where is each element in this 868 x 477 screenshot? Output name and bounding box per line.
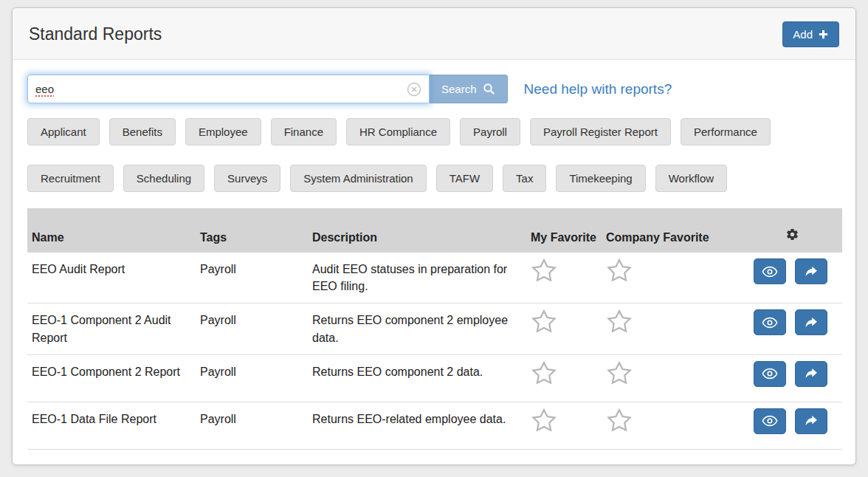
tag-button-benefits[interactable]: Benefits bbox=[109, 118, 176, 145]
search-button-label: Search bbox=[441, 83, 477, 95]
tag-button-payroll-register-report[interactable]: Payroll Register Report bbox=[530, 118, 671, 145]
search-input-value: eeo bbox=[35, 83, 54, 95]
report-description: Returns EEO-related employee data. bbox=[308, 402, 526, 449]
table-row: EEO Audit Report Payroll Audit EEO statu… bbox=[27, 253, 842, 303]
view-report-button[interactable] bbox=[754, 361, 786, 387]
tag-button-payroll[interactable]: Payroll bbox=[460, 118, 520, 145]
report-tags: Payroll bbox=[196, 354, 308, 402]
search-input[interactable]: eeo bbox=[27, 75, 430, 103]
tag-button-employee[interactable]: Employee bbox=[185, 118, 261, 145]
eye-icon bbox=[762, 265, 778, 278]
standard-reports-card: Standard Reports Add eeo bbox=[12, 7, 856, 465]
clear-search-icon[interactable] bbox=[407, 82, 421, 97]
report-name: EEO-1 Component 2 Report bbox=[27, 354, 196, 402]
tag-button-workflow[interactable]: Workflow bbox=[655, 165, 727, 192]
table-row: EEO-1 Data File Report Payroll Returns E… bbox=[27, 402, 842, 449]
view-report-button[interactable] bbox=[754, 258, 786, 284]
run-report-button[interactable] bbox=[795, 309, 827, 335]
my-favorite-star-icon[interactable] bbox=[531, 408, 557, 438]
settings-gear-icon[interactable] bbox=[785, 227, 799, 241]
tag-button-scheduling[interactable]: Scheduling bbox=[123, 165, 204, 192]
report-tags: Payroll bbox=[196, 402, 308, 449]
column-header-company-favorite: Company Favorite bbox=[602, 208, 742, 253]
share-arrow-icon bbox=[804, 265, 819, 278]
run-report-button[interactable] bbox=[795, 408, 827, 434]
run-report-button[interactable] bbox=[795, 258, 827, 284]
reports-table-body: EEO Audit Report Payroll Audit EEO statu… bbox=[27, 253, 842, 449]
report-description: Audit EEO statuses in preparation for EE… bbox=[308, 253, 526, 303]
add-button[interactable]: Add bbox=[782, 21, 839, 47]
report-description: Returns EEO component 2 employee data. bbox=[308, 303, 526, 354]
table-row: EEO-1 Component 2 Report Payroll Returns… bbox=[27, 354, 842, 402]
company-favorite-star-icon[interactable] bbox=[606, 408, 633, 438]
table-row: EEO-1 Component 2 Audit Report Payroll R… bbox=[27, 303, 842, 354]
report-description: Returns EEO component 2 data. bbox=[308, 354, 526, 402]
tag-button-tafw[interactable]: TAFW bbox=[436, 165, 493, 192]
tag-button-finance[interactable]: Finance bbox=[271, 118, 337, 145]
company-favorite-star-icon[interactable] bbox=[606, 309, 633, 339]
view-report-button[interactable] bbox=[754, 408, 786, 434]
report-name: EEO-1 Data File Report bbox=[27, 402, 196, 449]
eye-icon bbox=[762, 367, 778, 380]
company-favorite-star-icon[interactable] bbox=[606, 360, 633, 391]
help-link[interactable]: Need help with reports? bbox=[524, 81, 672, 97]
column-header-my-favorite: My Favorite bbox=[526, 208, 602, 253]
view-report-button[interactable] bbox=[754, 309, 786, 335]
search-row: eeo Search bbox=[27, 75, 841, 103]
tag-button-hr-compliance[interactable]: HR Compliance bbox=[346, 118, 450, 145]
page-title: Standard Reports bbox=[29, 24, 162, 44]
run-report-button[interactable] bbox=[795, 361, 827, 387]
tag-button-tax[interactable]: Tax bbox=[503, 165, 546, 192]
search-button[interactable]: Search bbox=[430, 75, 508, 103]
report-name: EEO-1 Component 2 Audit Report bbox=[27, 303, 196, 354]
my-favorite-star-icon[interactable] bbox=[531, 309, 557, 339]
search-icon bbox=[483, 83, 495, 95]
search-input-group: eeo Search bbox=[27, 75, 508, 103]
column-header-tags: Tags bbox=[196, 208, 308, 253]
tag-button-applicant[interactable]: Applicant bbox=[27, 118, 100, 145]
eye-icon bbox=[762, 414, 778, 428]
share-arrow-icon bbox=[804, 316, 819, 329]
report-tags: Payroll bbox=[196, 253, 308, 303]
eye-icon bbox=[762, 316, 778, 329]
column-header-description: Description bbox=[308, 208, 526, 253]
column-header-name: Name bbox=[27, 208, 196, 253]
card-body: eeo Search bbox=[13, 60, 855, 464]
add-button-label: Add bbox=[793, 28, 813, 41]
share-arrow-icon bbox=[804, 414, 819, 428]
company-favorite-star-icon[interactable] bbox=[606, 258, 633, 288]
report-tags: Payroll bbox=[196, 303, 308, 354]
my-favorite-star-icon[interactable] bbox=[531, 258, 557, 288]
reports-table: Name Tags Description My Favorite Compan… bbox=[27, 208, 842, 450]
tag-button-performance[interactable]: Performance bbox=[681, 118, 771, 145]
report-name: EEO Audit Report bbox=[27, 253, 196, 303]
card-header: Standard Reports Add bbox=[13, 8, 855, 60]
share-arrow-icon bbox=[804, 367, 819, 380]
tag-button-recruitment[interactable]: Recruitment bbox=[27, 165, 114, 192]
reports-table-header: Name Tags Description My Favorite Compan… bbox=[27, 208, 842, 253]
plus-icon bbox=[818, 29, 829, 40]
tag-button-system-administration[interactable]: System Administration bbox=[290, 165, 426, 192]
tag-filter-list: Applicant Benefits Employee Finance HR C… bbox=[27, 118, 841, 192]
my-favorite-star-icon[interactable] bbox=[531, 360, 557, 391]
tag-button-timekeeping[interactable]: Timekeeping bbox=[556, 165, 645, 192]
tag-button-surveys[interactable]: Surveys bbox=[214, 165, 280, 192]
